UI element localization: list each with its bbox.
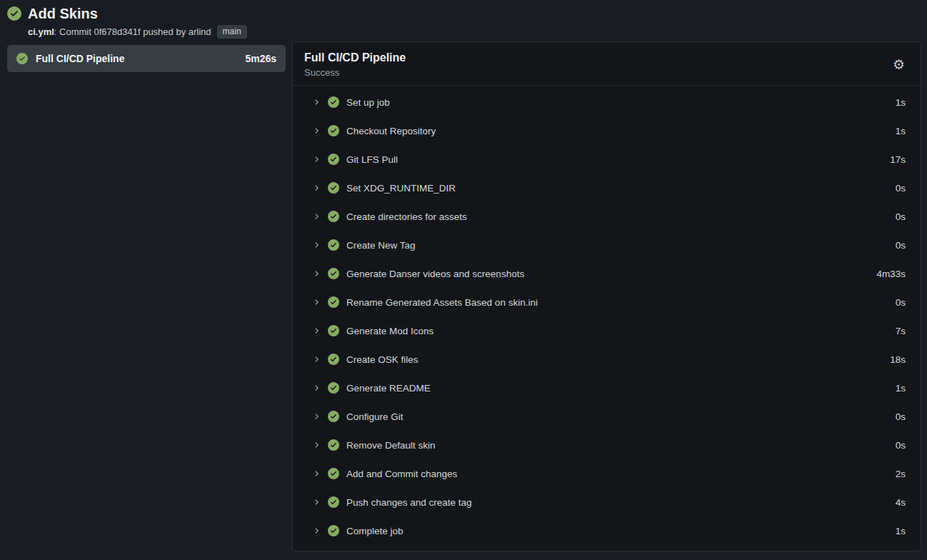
step-duration: 0s [896, 411, 906, 422]
panel-status: Success [304, 67, 406, 78]
chevron-right-icon[interactable] [312, 98, 321, 106]
chevron-right-icon[interactable] [312, 498, 321, 506]
step-duration: 7s [896, 326, 906, 336]
check-circle-icon [328, 325, 339, 336]
step-row[interactable]: Add and Commit changes2s [293, 459, 921, 488]
run-header: Add Skins ci.yml: Commit 0f678d341f push… [7, 5, 921, 39]
chevron-right-icon[interactable] [312, 384, 321, 392]
run-title: Add Skins [28, 5, 98, 22]
chevron-right-icon[interactable] [312, 126, 321, 135]
step-duration: 0s [896, 440, 906, 451]
step-name: Complete job [346, 526, 404, 536]
step-duration: 1s [896, 526, 906, 536]
step-name: Add and Commit changes [346, 469, 457, 479]
chevron-right-icon[interactable] [312, 184, 321, 192]
step-duration: 1s [896, 383, 906, 394]
chevron-right-icon[interactable] [312, 298, 321, 306]
check-circle-icon [328, 96, 339, 108]
step-row[interactable]: Checkout Repository1s [293, 116, 921, 145]
step-row[interactable]: Git LFS Pull17s [293, 145, 921, 174]
chevron-right-icon[interactable] [312, 412, 321, 421]
step-name: Create New Tag [346, 240, 416, 251]
step-row[interactable]: Complete job1s [293, 516, 921, 545]
step-row[interactable]: Set XDG_RUNTIME_DIR0s [293, 174, 921, 202]
step-row[interactable]: Generate README1s [293, 374, 921, 402]
step-row[interactable]: Generate Danser videos and screenshots4m… [293, 259, 921, 288]
step-name: Create directories for assets [346, 211, 467, 222]
step-name: Checkout Repository [346, 126, 436, 136]
step-name: Set up job [346, 97, 390, 108]
chevron-right-icon[interactable] [312, 441, 321, 449]
check-circle-icon [328, 382, 339, 394]
chevron-right-icon[interactable] [312, 269, 321, 278]
step-name: Rename Generated Assets Based on skin.in… [346, 297, 538, 308]
panel-header: Full CI/CD Pipeline Success ⚙ [293, 42, 921, 86]
step-duration: 4s [896, 497, 906, 508]
check-circle-icon [328, 496, 339, 508]
check-circle-icon [328, 439, 339, 451]
run-meta: ci.yml: Commit 0f678d341f pushed by arli… [28, 25, 921, 39]
check-circle-icon [328, 239, 339, 251]
step-duration: 2s [896, 469, 906, 479]
chevron-right-icon[interactable] [312, 241, 321, 249]
step-row[interactable]: Configure Git0s [293, 402, 921, 431]
chevron-right-icon[interactable] [312, 469, 321, 478]
check-circle-icon [328, 154, 339, 165]
check-circle-icon [328, 125, 339, 136]
jobs-sidebar: Full CI/CD Pipeline 5m26s [7, 41, 286, 551]
check-circle-icon [328, 525, 339, 536]
step-row[interactable]: Create OSK files18s [293, 345, 921, 374]
step-duration: 1s [896, 126, 906, 136]
step-duration: 1s [896, 97, 906, 108]
job-name: Full CI/CD Pipeline [36, 53, 124, 64]
step-row[interactable]: Rename Generated Assets Based on skin.in… [293, 288, 921, 316]
step-duration: 0s [896, 297, 906, 308]
step-duration: 17s [890, 154, 906, 165]
workflow-run-page: Add Skins ci.yml: Commit 0f678d341f push… [0, 0, 927, 551]
chevron-right-icon[interactable] [312, 326, 321, 335]
branch-badge[interactable]: main [217, 25, 247, 39]
step-duration: 0s [896, 183, 906, 194]
check-circle-icon [328, 182, 339, 194]
check-circle-icon [328, 411, 339, 422]
check-circle-icon [328, 296, 339, 308]
step-name: Remove Default skin [346, 440, 436, 451]
steps-list: Set up job1sCheckout Repository1sGit LFS… [293, 86, 921, 551]
commit-meta-text: : Commit 0f678d341f pushed by arlind [54, 26, 211, 37]
check-circle-icon [7, 6, 21, 21]
step-duration: 4m33s [876, 269, 906, 279]
chevron-right-icon[interactable] [312, 212, 321, 221]
step-row[interactable]: Create New Tag0s [293, 231, 921, 259]
step-duration: 0s [896, 240, 906, 251]
step-name: Git LFS Pull [346, 154, 398, 165]
step-name: Create OSK files [346, 354, 419, 365]
step-duration: 18s [890, 354, 906, 365]
job-detail-panel: Full CI/CD Pipeline Success ⚙ Set up job… [292, 41, 921, 551]
check-circle-icon [328, 354, 339, 365]
check-circle-icon [328, 268, 339, 279]
check-circle-icon [328, 211, 339, 222]
job-item-full-pipeline[interactable]: Full CI/CD Pipeline 5m26s [7, 45, 286, 72]
workflow-file: ci.yml [28, 26, 54, 37]
chevron-right-icon[interactable] [312, 526, 321, 535]
step-row[interactable]: Set up job1s [293, 88, 921, 116]
job-duration: 5m26s [245, 53, 276, 64]
step-row[interactable]: Generate Mod Icons7s [293, 316, 921, 345]
step-row[interactable]: Remove Default skin0s [293, 431, 921, 459]
step-name: Configure Git [346, 411, 404, 422]
step-name: Set XDG_RUNTIME_DIR [346, 183, 456, 194]
check-circle-icon [328, 468, 339, 479]
step-name: Push changes and create tag [346, 497, 472, 508]
step-name: Generate Mod Icons [346, 326, 434, 336]
step-row[interactable]: Push changes and create tag4s [293, 488, 921, 516]
chevron-right-icon[interactable] [312, 355, 321, 364]
check-circle-icon [16, 53, 28, 64]
step-row[interactable]: Create directories for assets0s [293, 202, 921, 231]
step-name: Generate README [346, 383, 431, 394]
step-name: Generate Danser videos and screenshots [346, 269, 524, 279]
gear-icon[interactable]: ⚙ [887, 56, 911, 73]
panel-title: Full CI/CD Pipeline [304, 51, 406, 65]
step-duration: 0s [896, 211, 906, 222]
chevron-right-icon[interactable] [312, 155, 321, 164]
